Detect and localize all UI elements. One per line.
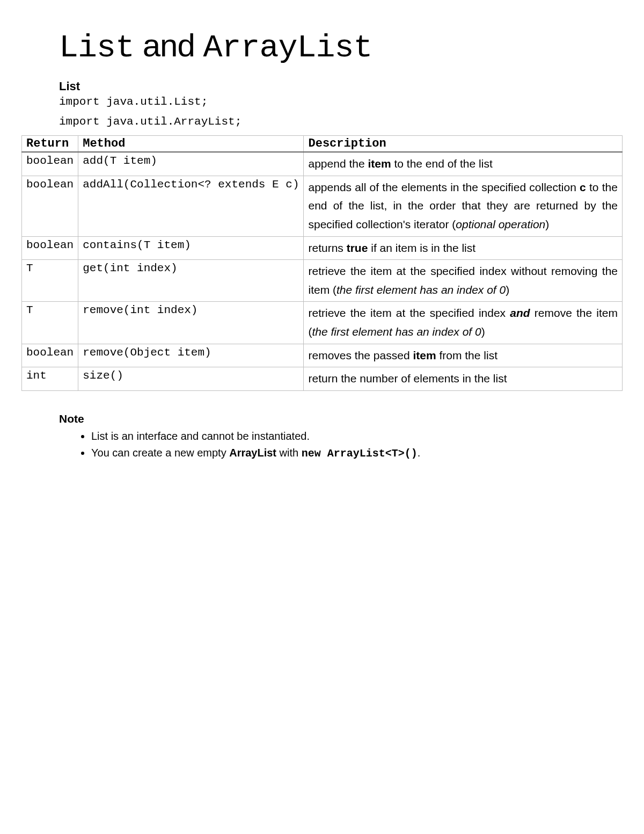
table-row: boolean addAll(Collection<? extends E c)… [22,176,623,236]
table-row: int size() return the number of elements… [22,367,623,391]
cell-method: get(int index) [78,260,304,302]
header-method: Method [78,136,304,153]
title-text: and [134,27,203,63]
cell-desc: removes the passed item from the list [304,344,623,367]
cell-desc: appends all of the elements in the speci… [304,176,623,236]
title-code-2: ArrayList [203,30,372,66]
list-item: List is an interface and cannot be insta… [91,429,596,444]
note-heading: Note [59,412,596,425]
table-row: boolean contains(T item) returns true if… [22,236,623,260]
import-line-2: import java.util.ArrayList; [59,115,596,128]
table-row: boolean remove(Object item) removes the … [22,344,623,367]
cell-return: int [22,367,78,391]
cell-method: contains(T item) [78,236,304,260]
list-item: You can create a new empty ArrayList wit… [91,445,596,461]
table-row: T get(int index) retrieve the item at th… [22,260,623,302]
cell-method: add(T item) [78,152,304,176]
header-return: Return [22,136,78,153]
cell-desc: append the item to the end of the list [304,152,623,176]
cell-return: T [22,260,78,302]
methods-table: Return Method Description boolean add(T … [21,135,623,391]
cell-method: remove(Object item) [78,344,304,367]
cell-method: remove(int index) [78,302,304,344]
methods-table-wrap: Return Method Description boolean add(T … [21,135,623,391]
cell-method: addAll(Collection<? extends E c) [78,176,304,236]
notes-list: List is an interface and cannot be insta… [59,429,596,461]
cell-return: boolean [22,344,78,367]
cell-return: boolean [22,152,78,176]
import-line-1: import java.util.List; [59,96,596,108]
cell-desc: retrieve the item at the specified index… [304,302,623,344]
table-header-row: Return Method Description [22,136,623,153]
page-title: List and ArrayList [59,27,596,66]
cell-desc: returns true if an item is in the list [304,236,623,260]
table-row: boolean add(T item) append the item to t… [22,152,623,176]
header-description: Description [304,136,623,153]
cell-return: boolean [22,236,78,260]
cell-return: T [22,302,78,344]
cell-desc: return the number of elements in the lis… [304,367,623,391]
cell-method: size() [78,367,304,391]
cell-return: boolean [22,176,78,236]
table-row: T remove(int index) retrieve the item at… [22,302,623,344]
cell-desc: retrieve the item at the specified index… [304,260,623,302]
title-code-1: List [59,30,134,66]
section-list-heading: List [59,79,596,93]
